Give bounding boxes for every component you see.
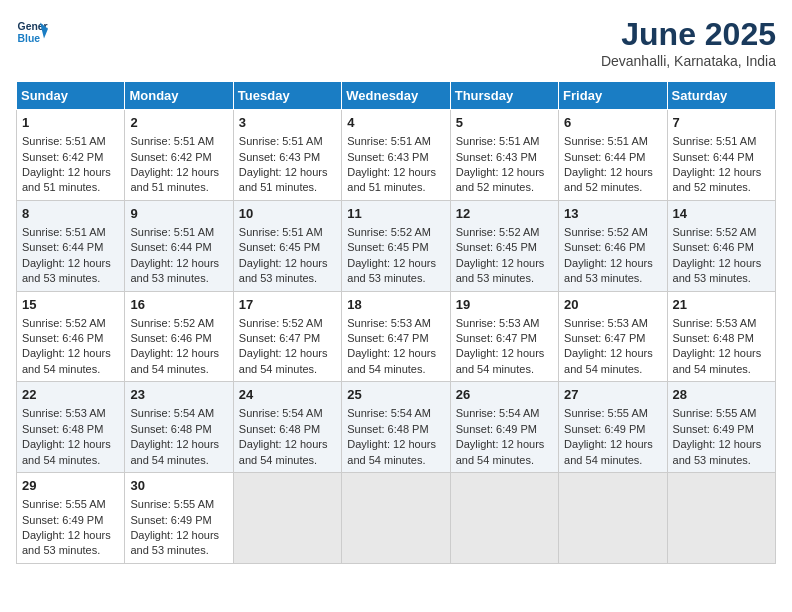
calendar-day-cell: 26Sunrise: 5:54 AMSunset: 6:49 PMDayligh… [450,382,558,473]
sunset-label: Sunset: 6:47 PM [239,332,320,344]
daylight-label: Daylight: 12 hours and 52 minutes. [673,166,762,193]
sunset-label: Sunset: 6:45 PM [239,241,320,253]
daylight-label: Daylight: 12 hours and 53 minutes. [22,529,111,556]
calendar-day-cell: 11Sunrise: 5:52 AMSunset: 6:45 PMDayligh… [342,200,450,291]
day-number: 14 [673,205,770,223]
day-number: 4 [347,114,444,132]
sunrise-label: Sunrise: 5:52 AM [130,317,214,329]
calendar-day-cell: 17Sunrise: 5:52 AMSunset: 6:47 PMDayligh… [233,291,341,382]
sunrise-label: Sunrise: 5:55 AM [22,498,106,510]
sunset-label: Sunset: 6:44 PM [673,151,754,163]
calendar-day-cell [342,473,450,564]
logo: General Blue [16,16,48,48]
sunset-label: Sunset: 6:45 PM [347,241,428,253]
sunrise-label: Sunrise: 5:51 AM [673,135,757,147]
sunrise-label: Sunrise: 5:55 AM [673,407,757,419]
calendar-day-cell: 24Sunrise: 5:54 AMSunset: 6:48 PMDayligh… [233,382,341,473]
calendar-day-cell: 10Sunrise: 5:51 AMSunset: 6:45 PMDayligh… [233,200,341,291]
sunrise-label: Sunrise: 5:52 AM [564,226,648,238]
day-number: 22 [22,386,119,404]
col-friday: Friday [559,82,667,110]
svg-text:Blue: Blue [18,33,41,44]
sunrise-label: Sunrise: 5:52 AM [22,317,106,329]
col-sunday: Sunday [17,82,125,110]
col-saturday: Saturday [667,82,775,110]
calendar-day-cell [559,473,667,564]
calendar-day-cell: 2Sunrise: 5:51 AMSunset: 6:42 PMDaylight… [125,110,233,201]
calendar-week-row: 22Sunrise: 5:53 AMSunset: 6:48 PMDayligh… [17,382,776,473]
daylight-label: Daylight: 12 hours and 54 minutes. [456,347,545,374]
sunset-label: Sunset: 6:47 PM [564,332,645,344]
sunset-label: Sunset: 6:43 PM [456,151,537,163]
location: Devanhalli, Karnataka, India [601,53,776,69]
calendar-day-cell: 22Sunrise: 5:53 AMSunset: 6:48 PMDayligh… [17,382,125,473]
sunrise-label: Sunrise: 5:54 AM [130,407,214,419]
calendar-day-cell: 3Sunrise: 5:51 AMSunset: 6:43 PMDaylight… [233,110,341,201]
daylight-label: Daylight: 12 hours and 54 minutes. [564,438,653,465]
daylight-label: Daylight: 12 hours and 51 minutes. [239,166,328,193]
day-number: 5 [456,114,553,132]
sunset-label: Sunset: 6:47 PM [456,332,537,344]
day-number: 11 [347,205,444,223]
calendar-week-row: 15Sunrise: 5:52 AMSunset: 6:46 PMDayligh… [17,291,776,382]
daylight-label: Daylight: 12 hours and 53 minutes. [564,257,653,284]
calendar-header-row: Sunday Monday Tuesday Wednesday Thursday… [17,82,776,110]
day-number: 26 [456,386,553,404]
sunset-label: Sunset: 6:45 PM [456,241,537,253]
logo-icon: General Blue [16,16,48,48]
calendar-week-row: 1Sunrise: 5:51 AMSunset: 6:42 PMDaylight… [17,110,776,201]
calendar-day-cell: 25Sunrise: 5:54 AMSunset: 6:48 PMDayligh… [342,382,450,473]
calendar-day-cell: 19Sunrise: 5:53 AMSunset: 6:47 PMDayligh… [450,291,558,382]
daylight-label: Daylight: 12 hours and 53 minutes. [130,257,219,284]
daylight-label: Daylight: 12 hours and 51 minutes. [22,166,111,193]
daylight-label: Daylight: 12 hours and 54 minutes. [130,347,219,374]
calendar-day-cell [450,473,558,564]
sunset-label: Sunset: 6:46 PM [673,241,754,253]
sunrise-label: Sunrise: 5:52 AM [239,317,323,329]
calendar-day-cell: 14Sunrise: 5:52 AMSunset: 6:46 PMDayligh… [667,200,775,291]
sunset-label: Sunset: 6:46 PM [22,332,103,344]
calendar-day-cell: 23Sunrise: 5:54 AMSunset: 6:48 PMDayligh… [125,382,233,473]
day-number: 9 [130,205,227,223]
sunrise-label: Sunrise: 5:51 AM [239,226,323,238]
day-number: 21 [673,296,770,314]
daylight-label: Daylight: 12 hours and 54 minutes. [673,347,762,374]
calendar-day-cell [233,473,341,564]
calendar-day-cell: 5Sunrise: 5:51 AMSunset: 6:43 PMDaylight… [450,110,558,201]
sunset-label: Sunset: 6:46 PM [564,241,645,253]
sunrise-label: Sunrise: 5:52 AM [456,226,540,238]
sunrise-label: Sunrise: 5:52 AM [673,226,757,238]
calendar-day-cell: 1Sunrise: 5:51 AMSunset: 6:42 PMDaylight… [17,110,125,201]
day-number: 15 [22,296,119,314]
calendar-day-cell: 6Sunrise: 5:51 AMSunset: 6:44 PMDaylight… [559,110,667,201]
sunset-label: Sunset: 6:48 PM [347,423,428,435]
daylight-label: Daylight: 12 hours and 54 minutes. [239,347,328,374]
calendar-day-cell: 20Sunrise: 5:53 AMSunset: 6:47 PMDayligh… [559,291,667,382]
sunrise-label: Sunrise: 5:53 AM [456,317,540,329]
calendar-day-cell: 15Sunrise: 5:52 AMSunset: 6:46 PMDayligh… [17,291,125,382]
sunrise-label: Sunrise: 5:53 AM [564,317,648,329]
col-monday: Monday [125,82,233,110]
sunset-label: Sunset: 6:44 PM [130,241,211,253]
sunset-label: Sunset: 6:44 PM [22,241,103,253]
day-number: 27 [564,386,661,404]
calendar-day-cell: 8Sunrise: 5:51 AMSunset: 6:44 PMDaylight… [17,200,125,291]
calendar-table: Sunday Monday Tuesday Wednesday Thursday… [16,81,776,564]
sunset-label: Sunset: 6:48 PM [673,332,754,344]
sunset-label: Sunset: 6:48 PM [239,423,320,435]
calendar-day-cell [667,473,775,564]
sunrise-label: Sunrise: 5:51 AM [130,226,214,238]
sunset-label: Sunset: 6:42 PM [130,151,211,163]
sunset-label: Sunset: 6:47 PM [347,332,428,344]
sunrise-label: Sunrise: 5:51 AM [130,135,214,147]
month-title: June 2025 [601,16,776,53]
daylight-label: Daylight: 12 hours and 54 minutes. [564,347,653,374]
day-number: 20 [564,296,661,314]
sunrise-label: Sunrise: 5:54 AM [347,407,431,419]
sunset-label: Sunset: 6:49 PM [456,423,537,435]
day-number: 7 [673,114,770,132]
sunrise-label: Sunrise: 5:51 AM [456,135,540,147]
daylight-label: Daylight: 12 hours and 54 minutes. [239,438,328,465]
day-number: 28 [673,386,770,404]
sunset-label: Sunset: 6:46 PM [130,332,211,344]
